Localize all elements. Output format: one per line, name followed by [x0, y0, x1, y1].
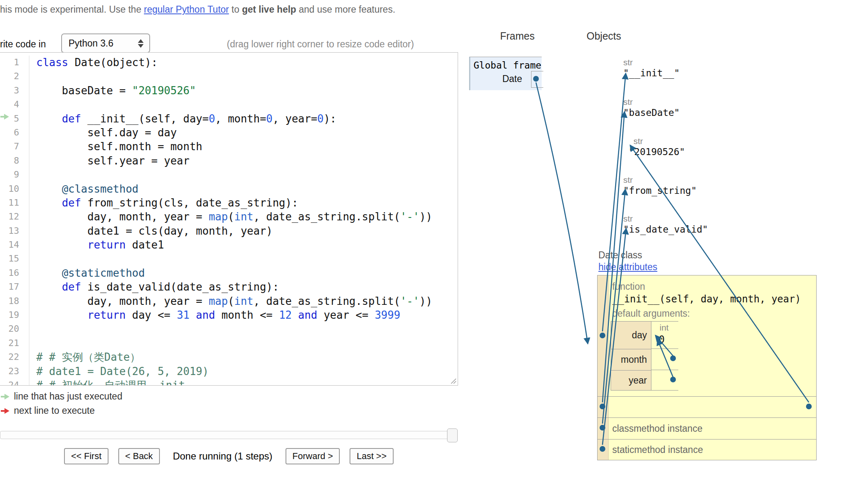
code-segment: , year= — [272, 113, 317, 125]
line-number[interactable]: 7 — [0, 140, 19, 153]
code-segment — [36, 239, 87, 251]
code-editor[interactable]: 123456789101112131415161718192021222324 … — [0, 52, 458, 386]
first-button[interactable]: << First — [64, 448, 108, 464]
forward-button[interactable]: Forward > — [286, 448, 340, 464]
code-segment — [36, 197, 62, 209]
str-type-label: str — [629, 136, 685, 147]
global-var-date: Date — [502, 73, 522, 84]
code-line — [36, 336, 432, 350]
arg-row-year: year — [611, 370, 678, 391]
hide-attributes-link[interactable]: hide attributes — [598, 262, 657, 273]
line-number[interactable]: 24 — [0, 378, 19, 386]
line-number[interactable]: 8 — [0, 154, 19, 168]
code-segment: @classmethod — [62, 183, 139, 195]
executed-arrow-icon — [1, 394, 10, 400]
resize-grip-icon[interactable] — [450, 377, 456, 384]
code-segment: 0 — [209, 113, 215, 125]
experimental-banner: his mode is experimental. Use the regula… — [0, 4, 395, 15]
line-number[interactable]: 12 — [0, 210, 19, 224]
line-number[interactable]: 23 — [0, 364, 19, 378]
banner-bold-text: get live help — [242, 4, 296, 15]
line-number[interactable]: 17 — [0, 280, 19, 294]
line-number[interactable]: 3 — [0, 84, 19, 98]
line-number[interactable]: 11 — [0, 196, 19, 210]
code-line — [36, 98, 432, 111]
line-number[interactable]: 14 — [0, 238, 19, 252]
code-line: return day <= 31 and month <= 12 and yea… — [36, 308, 432, 322]
code-segment: Date(object): — [68, 56, 157, 69]
class-row-classmethod: classmethod instance — [598, 417, 816, 439]
date-class-object: function __init__(self, day, month, year… — [597, 275, 817, 460]
last-button[interactable]: Last >> — [350, 448, 393, 464]
step-status: Done running (1 steps) — [173, 451, 272, 462]
arg-name-month: month — [611, 349, 651, 370]
code-segment: map — [209, 295, 228, 307]
line-number[interactable]: 19 — [0, 308, 19, 322]
line-number[interactable]: 20 — [0, 322, 19, 336]
language-selected-value: Python 3.6 — [62, 38, 135, 49]
code-segment — [36, 267, 62, 279]
classmethod-instance-label: classmethod instance — [612, 423, 702, 434]
executed-legend-label: line that has just executed — [14, 391, 122, 402]
line-number[interactable]: 21 — [0, 336, 19, 350]
code-segment: map — [209, 211, 228, 223]
code-line: def from_string(cls, date_as_string): — [36, 196, 432, 210]
arg-value-year — [651, 370, 678, 391]
default-arguments-label: default arguments: — [612, 308, 690, 319]
next-legend-label: next line to execute — [14, 405, 95, 416]
code-segment: day, month, year = — [36, 295, 209, 307]
heap-str-20190526: str "20190526" — [629, 136, 685, 157]
function-signature: __init__(self, day, month, year) — [612, 293, 801, 305]
arg-row-month: month — [611, 349, 678, 370]
line-number[interactable]: 15 — [0, 252, 19, 266]
global-frame-title: Global frame — [470, 57, 542, 71]
banner-text-suffix: and use more features. — [296, 4, 395, 15]
code-line — [36, 168, 432, 182]
nav-controls: << First < Back Done running (1 steps) F… — [0, 448, 458, 464]
str-type-label: str — [623, 175, 697, 185]
code-segment — [36, 281, 62, 293]
back-button[interactable]: < Back — [118, 448, 160, 464]
line-number[interactable]: 10 — [0, 182, 19, 196]
line-number[interactable]: 18 — [0, 294, 19, 308]
line-number[interactable]: 4 — [0, 98, 19, 111]
code-segment — [292, 309, 298, 321]
class-row-staticmethod: staticmethod instance — [598, 439, 816, 460]
code-segment: baseDate = — [36, 84, 132, 97]
line-number[interactable]: 2 — [0, 69, 19, 83]
python-tutor-page: his mode is experimental. Use the regula… — [0, 0, 868, 495]
code-segment — [36, 309, 87, 321]
line-number[interactable]: 6 — [0, 126, 19, 140]
step-slider-track[interactable] — [0, 431, 458, 439]
line-number[interactable]: 1 — [0, 55, 19, 69]
str-value: "from_string" — [623, 185, 697, 196]
code-line: # date1 = Date(26, 5, 2019) — [36, 364, 432, 378]
code-segment: )) — [419, 211, 432, 223]
str-type-label: str — [623, 97, 680, 107]
line-number[interactable]: 22 — [0, 350, 19, 364]
code-line: class Date(object): — [36, 55, 432, 69]
regular-python-tutor-link[interactable]: regular Python Tutor — [144, 4, 229, 15]
executed-line-arrow-icon — [0, 114, 9, 120]
code-line: # # 实例（类Date） — [36, 350, 432, 364]
code-line: return date1 — [36, 238, 432, 252]
line-number[interactable]: 9 — [0, 168, 19, 182]
code-segment: return — [87, 309, 126, 321]
language-select[interactable]: Python 3.6 — [61, 33, 150, 53]
code-segment: return — [87, 239, 126, 251]
heap-str-basedate: str "baseDate" — [623, 97, 680, 118]
code-segment: ): — [323, 113, 336, 125]
code-segment: month <= — [215, 309, 279, 321]
code-segment — [36, 113, 62, 125]
str-value: "is_date_valid" — [623, 224, 708, 235]
code-segment: from_string(cls, date_as_string): — [81, 197, 298, 209]
arg-name-day: day — [611, 321, 651, 349]
resize-hint: (drag lower right corner to resize code … — [227, 39, 414, 50]
gutter[interactable]: 123456789101112131415161718192021222324 — [0, 55, 29, 386]
legend: line that has just executed next line to… — [1, 389, 122, 418]
step-slider-handle[interactable] — [447, 428, 458, 442]
line-number[interactable]: 13 — [0, 224, 19, 238]
code-segment: 12 — [279, 309, 292, 321]
line-number[interactable]: 16 — [0, 266, 19, 280]
code-segment: day, month, year = — [36, 211, 209, 223]
